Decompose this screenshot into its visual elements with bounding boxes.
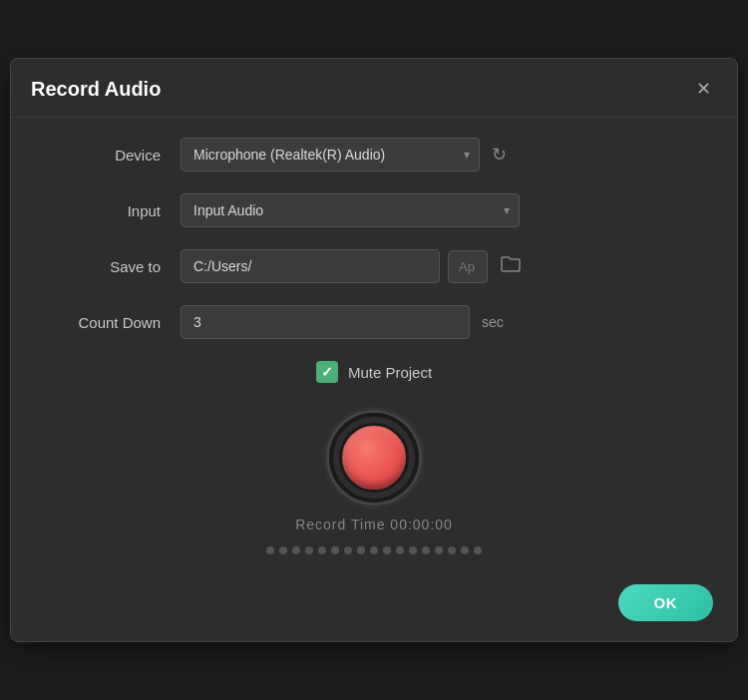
record-button[interactable] bbox=[329, 413, 419, 503]
device-label: Device bbox=[51, 147, 181, 164]
mute-label: Mute Project bbox=[348, 364, 432, 381]
record-time: Record Time 00:00:00 bbox=[295, 517, 453, 532]
device-select[interactable]: Microphone (Realtek(R) Audio) bbox=[181, 138, 480, 172]
dialog-body: Device Microphone (Realtek(R) Audio) ▾ ↻… bbox=[11, 118, 737, 584]
device-control: Microphone (Realtek(R) Audio) ▾ ↻ bbox=[181, 138, 697, 172]
dot-5 bbox=[318, 546, 326, 554]
dialog-title: Record Audio bbox=[31, 78, 161, 101]
input-control: Input Audio ▾ bbox=[181, 193, 697, 227]
dot-8 bbox=[357, 546, 365, 554]
record-section: Record Time 00:00:00 bbox=[51, 413, 697, 554]
sec-label: sec bbox=[482, 314, 504, 330]
saveto-row: Save to bbox=[51, 249, 697, 283]
saveto-append-input[interactable] bbox=[448, 250, 488, 283]
device-row: Device Microphone (Realtek(R) Audio) ▾ ↻ bbox=[51, 138, 697, 172]
countdown-label: Count Down bbox=[51, 314, 181, 331]
saveto-input[interactable] bbox=[181, 249, 440, 283]
folder-button[interactable] bbox=[496, 250, 526, 283]
dot-4 bbox=[305, 546, 313, 554]
dot-14 bbox=[435, 546, 443, 554]
input-select[interactable]: Input Audio bbox=[181, 193, 520, 227]
dialog-header: Record Audio ✕ bbox=[11, 59, 737, 118]
countdown-row: Count Down sec bbox=[51, 305, 697, 339]
dot-3 bbox=[292, 546, 300, 554]
dot-16 bbox=[461, 546, 469, 554]
dot-2 bbox=[279, 546, 287, 554]
record-audio-dialog: Record Audio ✕ Device Microphone (Realte… bbox=[10, 58, 738, 642]
dot-11 bbox=[396, 546, 404, 554]
dot-6 bbox=[331, 546, 339, 554]
dot-17 bbox=[474, 546, 482, 554]
refresh-button[interactable]: ↻ bbox=[488, 140, 511, 170]
record-button-inner bbox=[339, 423, 409, 493]
dot-10 bbox=[383, 546, 391, 554]
dot-9 bbox=[370, 546, 378, 554]
dialog-footer: OK bbox=[11, 584, 737, 621]
countdown-control: sec bbox=[181, 305, 697, 339]
countdown-input[interactable] bbox=[181, 305, 470, 339]
mute-row: Mute Project bbox=[51, 361, 697, 383]
mute-checkbox[interactable] bbox=[316, 361, 338, 383]
close-button[interactable]: ✕ bbox=[689, 75, 717, 103]
saveto-label: Save to bbox=[51, 258, 181, 275]
input-row: Input Input Audio ▾ bbox=[51, 193, 697, 227]
dot-15 bbox=[448, 546, 456, 554]
saveto-control bbox=[181, 249, 697, 283]
progress-dots bbox=[266, 546, 482, 554]
dot-12 bbox=[409, 546, 417, 554]
dot-1 bbox=[266, 546, 274, 554]
ok-button[interactable]: OK bbox=[618, 584, 714, 621]
dot-13 bbox=[422, 546, 430, 554]
input-label: Input bbox=[51, 202, 181, 219]
dot-7 bbox=[344, 546, 352, 554]
